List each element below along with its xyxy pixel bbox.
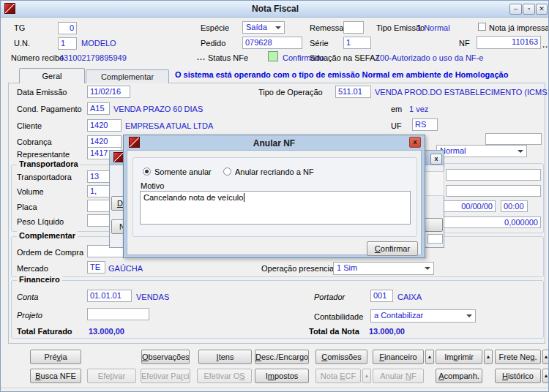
historico-button[interactable]: Histórico <box>495 369 541 383</box>
tipo-operacao-label: Tipo de Operação <box>258 88 323 97</box>
projeto-label: Projeto <box>17 311 42 320</box>
chevron-down-icon <box>466 314 472 317</box>
app-logo-icon <box>113 152 124 162</box>
background-dialog-close-icon[interactable]: x <box>430 154 442 165</box>
mercado-input[interactable]: TE <box>87 261 105 274</box>
numero-recibo-value: 431002179895949 <box>59 53 127 62</box>
cliente-input[interactable]: 1420 <box>87 119 122 132</box>
pedido-input[interactable]: 079628 <box>242 37 302 49</box>
data-emissao-label: Data Emissão <box>17 88 67 97</box>
vencimento-input[interactable] <box>485 133 542 145</box>
especie-select[interactable]: Saída <box>242 21 285 34</box>
anular-nf-dialog: Anular NF x Somente anular Anular recria… <box>123 135 425 258</box>
pedido-label: Pedido <box>201 39 225 48</box>
acompanh-button[interactable]: Acompanh. <box>436 369 482 383</box>
anular-recriando-radio[interactable] <box>223 167 231 176</box>
cond-pagamento-input[interactable]: A15 <box>87 102 110 115</box>
motivo-textarea[interactable]: Cancelando nota de veículo <box>140 191 411 225</box>
observacoes-button[interactable]: Observações <box>141 350 190 364</box>
cobranca-label: Cobrança <box>17 137 52 146</box>
frete-tipo-select[interactable]: Normal <box>436 145 527 157</box>
portador-input[interactable]: 001 <box>370 290 393 302</box>
comissoes-button[interactable]: Comissões <box>315 350 367 364</box>
un-input[interactable]: 1 <box>58 37 77 50</box>
mercado-desc: GAÚCHA <box>108 264 143 273</box>
previa-button[interactable]: Prévia <box>30 350 81 364</box>
nf-label: NF <box>459 39 470 48</box>
historico-more-arrow-icon[interactable]: ▲ <box>542 369 549 383</box>
frete-neg-button[interactable]: Frete Neg. <box>495 350 541 364</box>
nota-ja-impressa-label: Nota já impressa <box>489 23 549 32</box>
projeto-input[interactable] <box>87 308 149 320</box>
operacao-presencial-label: Operação presencial <box>261 264 336 273</box>
portador-label: Portador <box>314 293 345 301</box>
itens-button[interactable]: Itens <box>198 350 252 364</box>
parcelas-label: em <box>391 105 402 113</box>
transportadora-label: Transportadora <box>17 173 72 181</box>
portador-desc: CAIXA <box>397 293 422 301</box>
nota-ja-impressa-checkbox[interactable] <box>478 23 486 31</box>
remessa-input[interactable] <box>343 21 364 34</box>
uf-label: UF <box>391 121 402 130</box>
tab-geral[interactable]: Geral <box>19 68 85 83</box>
efetivar-button: Efetivar <box>87 369 136 383</box>
bottom-divider <box>1 388 549 388</box>
tab-complementar[interactable]: Complementar <box>86 69 169 83</box>
uf-input[interactable]: RS <box>412 118 438 131</box>
frete-neg-more-arrow-icon[interactable]: ▲ <box>542 350 549 364</box>
entrega-field-2[interactable] <box>446 185 541 197</box>
minimize-button[interactable]: – <box>509 4 522 15</box>
confirmar-button[interactable]: Confirmar <box>367 241 418 256</box>
un-desc: MODELO <box>81 39 116 48</box>
nota-ecf-more-arrow-icon: ▲ <box>362 369 371 383</box>
status-nfe-label: Status NFe <box>208 53 248 62</box>
anular-nf-close-icon[interactable]: x <box>409 137 421 148</box>
anular-nf-button: Anular NF <box>373 369 424 383</box>
tipo-operacao-input[interactable]: 511.01 <box>335 86 371 98</box>
cliente-desc: EMPRESA ATUAL LTDA <box>125 121 213 130</box>
parcelas-value: 1 vez <box>409 105 428 113</box>
serie-input[interactable]: 1 <box>343 37 371 49</box>
nf-input[interactable]: 110163 <box>477 36 541 49</box>
cobranca-input[interactable]: 1420 <box>87 135 122 148</box>
total-faturado-value: 13.000,00 <box>89 327 124 336</box>
entrega-quantidade-input[interactable]: 0,000000 <box>440 216 541 228</box>
entrega-hora-input[interactable]: 00:00 <box>501 200 528 212</box>
volume-label: Volume <box>17 187 44 196</box>
recibo-dots-button[interactable]: ... <box>197 53 206 61</box>
contabilidade-label: Contabilidade <box>314 312 363 321</box>
cliente-label: Cliente <box>17 121 42 130</box>
nota-ecf-button: Nota ECF <box>315 369 361 383</box>
financeiro-more-arrow-icon[interactable]: ▲ <box>425 350 434 364</box>
somente-anular-radio[interactable] <box>143 167 151 176</box>
somente-anular-label: Somente anular <box>154 167 212 176</box>
close-button[interactable]: ✕ <box>536 4 548 15</box>
contabilidade-select[interactable]: a Contabilizar <box>370 309 476 323</box>
financeiro-group-title: Financeiro <box>17 275 62 284</box>
impostos-button[interactable]: Impostos <box>255 369 309 383</box>
entrega-data-input[interactable]: 00/00/00 <box>440 200 496 212</box>
data-emissao-input[interactable]: 11/02/16 <box>87 86 130 98</box>
entrega-field-1[interactable] <box>446 169 541 181</box>
tg-input[interactable]: 0 <box>58 22 77 34</box>
operacao-presencial-select[interactable]: 1 Sim <box>333 262 434 275</box>
tg-label: TG <box>14 23 25 32</box>
maximize-button[interactable]: ▫ <box>523 4 535 15</box>
background-dialog-panel <box>424 171 444 196</box>
background-dialog-side-field[interactable] <box>427 234 443 244</box>
imprimir-more-arrow-icon[interactable]: ▲ <box>484 350 493 364</box>
conta-input[interactable]: 01.01.01 <box>87 290 132 302</box>
financeiro-button[interactable]: Financeiro <box>373 350 424 364</box>
busca-nfe-button[interactable]: Busca NFE <box>30 369 81 383</box>
placa-label: Placa <box>17 203 37 211</box>
nf-lookup-dots-button[interactable]: ... <box>542 40 549 49</box>
status-nfe-indicator <box>268 51 278 61</box>
background-dialog-side-button[interactable] <box>424 218 443 232</box>
efetivar-parcial-button: Efetivar Parcial <box>141 369 190 383</box>
anular-recriando-label: Anular recriando a NF <box>235 167 314 176</box>
text-cursor <box>244 193 244 202</box>
imprimir-button[interactable]: Imprimir <box>436 350 482 364</box>
nota-fiscal-window: Nota Fiscal – ▫ ✕ TG 0 Espécie Saída Rem… <box>0 0 549 392</box>
chevron-down-icon <box>275 26 281 29</box>
desc-encargos-button[interactable]: Desc./Encargos <box>255 350 309 364</box>
